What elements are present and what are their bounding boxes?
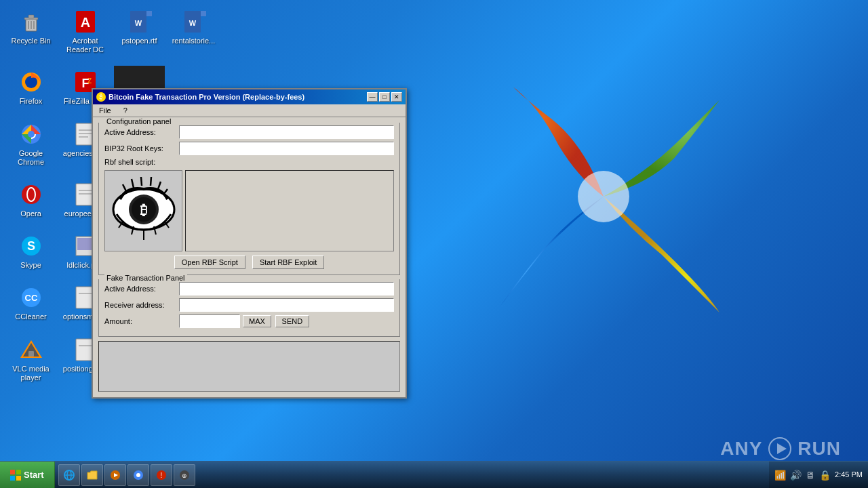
desktop-icon-skype[interactable]: S Skype (5, 230, 56, 272)
taskbar-media-icon[interactable] (104, 464, 126, 486)
rentalstories-icon: W (180, 8, 208, 35)
windows-logo (475, 68, 732, 325)
acrobat-label: Acrobat Reader DC (62, 37, 108, 54)
menu-help[interactable]: ? (121, 106, 130, 115)
desktop-icon-vlc[interactable]: VLC media player (5, 333, 56, 385)
skype-label: Skype (20, 261, 41, 270)
anyrun-play-icon (768, 436, 792, 461)
network-tray-icon[interactable]: 📶 (774, 470, 786, 481)
start-button[interactable]: Start (0, 462, 55, 488)
fake-tx-panel-legend: Fake Transaction Panel (104, 274, 187, 282)
receiver-address-input[interactable] (179, 298, 394, 312)
bip32-input[interactable] (179, 142, 394, 155)
desktop-icon-ccleaner[interactable]: CC CCleaner (5, 281, 56, 324)
svg-rect-5 (28, 15, 34, 18)
svg-text:S: S (26, 239, 35, 253)
output-log-area (98, 341, 400, 392)
desktop-icon-acrobat[interactable]: A Acrobat Reader DC (60, 5, 111, 57)
pstopen-icon: W (126, 8, 153, 35)
taskbar-explorer-icon[interactable] (81, 464, 103, 486)
desktop-icon-pstopen[interactable]: W pstopen.rtf (114, 5, 165, 57)
minimize-button[interactable]: — (367, 92, 378, 102)
window-title-text: Bitcoin Fake Transaction Pro Version (Re… (108, 93, 304, 101)
desktop-icon-chrome[interactable]: Google Chrome (5, 118, 56, 169)
config-panel-groupbox: Configuration panel Active Address: BIP3… (98, 123, 400, 275)
taskbar-ie-icon[interactable] (58, 464, 80, 486)
receiver-address-row: Receiver address: (104, 298, 394, 312)
svg-rect-39 (77, 238, 94, 250)
send-button[interactable]: SEND (275, 315, 309, 327)
media-player-icon (109, 469, 121, 481)
svg-rect-66 (10, 476, 15, 481)
lock-tray-icon[interactable]: 🔒 (819, 470, 831, 481)
config-button-row: Open RBF Script Start RBF Exploit (104, 256, 394, 269)
svg-point-26 (28, 131, 35, 138)
bip32-label: BIP32 Root Keys: (104, 144, 179, 152)
desktop-icon-firefox[interactable]: Firefox (5, 66, 56, 108)
svg-rect-46 (28, 351, 34, 357)
amount-input[interactable] (179, 314, 240, 328)
bitcoin-eye-image: ₿ (104, 170, 182, 251)
desktop: ANY RUN Recycle Bin (0, 0, 868, 488)
open-rbf-script-button[interactable]: Open RBF Script (174, 256, 245, 269)
amount-row: Amount: MAX SEND (104, 314, 394, 328)
svg-rect-67 (16, 476, 21, 481)
svg-rect-64 (10, 470, 15, 474)
svg-text:A: A (80, 15, 90, 30)
svg-marker-2 (777, 443, 787, 454)
taskbar-items: ! ⊕ (55, 464, 769, 486)
svg-line-57 (158, 182, 161, 189)
active-address-input[interactable] (179, 125, 394, 139)
chrome-icon (18, 121, 45, 148)
anyrun-text: ANY (720, 438, 762, 460)
taskbar-security-icon[interactable]: ! (151, 464, 172, 486)
svg-text:!: ! (160, 472, 162, 479)
fake-active-address-input[interactable] (179, 282, 394, 296)
max-button[interactable]: MAX (243, 315, 271, 327)
rbf-script-textarea[interactable] (185, 170, 394, 251)
monitor-tray-icon[interactable]: 🖥 (806, 470, 815, 481)
close-button[interactable]: ✕ (391, 92, 402, 102)
svg-text:CC: CC (24, 293, 37, 303)
opera-label: Opera (20, 209, 41, 218)
skype-icon: S (18, 232, 45, 260)
rentalstories-label: rentalstorie... (172, 37, 216, 45)
volume-tray-icon[interactable]: 🔊 (790, 470, 802, 481)
clock-time: 2:45 PM (835, 470, 863, 480)
taskbar: Start (0, 461, 868, 488)
config-panel-legend: Configuration panel (104, 117, 173, 125)
rbf-label-row: Rbf shell script: (104, 158, 394, 166)
menu-file[interactable]: File (96, 106, 114, 115)
window-controls: — □ ✕ (367, 92, 402, 102)
svg-rect-65 (16, 470, 21, 474)
desktop-icon-opera[interactable]: Opera (5, 178, 56, 221)
svg-point-0 (578, 171, 629, 222)
fake-tx-panel-groupbox: Fake Transaction Panel Active Address: R… (98, 279, 400, 337)
taskbar-network-icon[interactable]: ⊕ (174, 464, 195, 486)
anyrun-watermark: ANY RUN (720, 436, 841, 461)
maximize-button[interactable]: □ (379, 92, 390, 102)
desktop-icon-recycle-bin[interactable]: Recycle Bin (5, 5, 56, 57)
active-address-label: Active Address: (104, 128, 179, 136)
svg-line-55 (141, 177, 142, 186)
firefox-label: Firefox (20, 97, 43, 106)
opera-icon (18, 181, 45, 208)
window-app-icon: ₿ (96, 92, 106, 102)
taskbar-chrome-taskbar[interactable] (127, 464, 149, 486)
security-icon: ! (155, 469, 167, 481)
svg-rect-17 (201, 11, 206, 16)
recycle-bin-label: Recycle Bin (11, 37, 50, 45)
bip32-row: BIP32 Root Keys: (104, 142, 394, 155)
vlc-label: VLC media player (8, 365, 54, 382)
amount-label: Amount: (104, 317, 179, 325)
recycle-bin-icon (18, 8, 45, 35)
svg-text:W: W (189, 19, 196, 27)
anyrun-text2: RUN (797, 438, 841, 460)
desktop-icon-rentalstories[interactable]: W rentalstorie... (168, 5, 219, 57)
fake-active-address-row: Active Address: (104, 282, 394, 296)
svg-line-56 (151, 177, 151, 186)
taskbar-tray: 📶 🔊 🖥 🔒 2:45 PM (769, 462, 868, 488)
start-label: Start (24, 470, 44, 480)
tray-time[interactable]: 2:45 PM (835, 470, 863, 480)
start-rbf-exploit-button[interactable]: Start RBF Exploit (252, 256, 324, 269)
